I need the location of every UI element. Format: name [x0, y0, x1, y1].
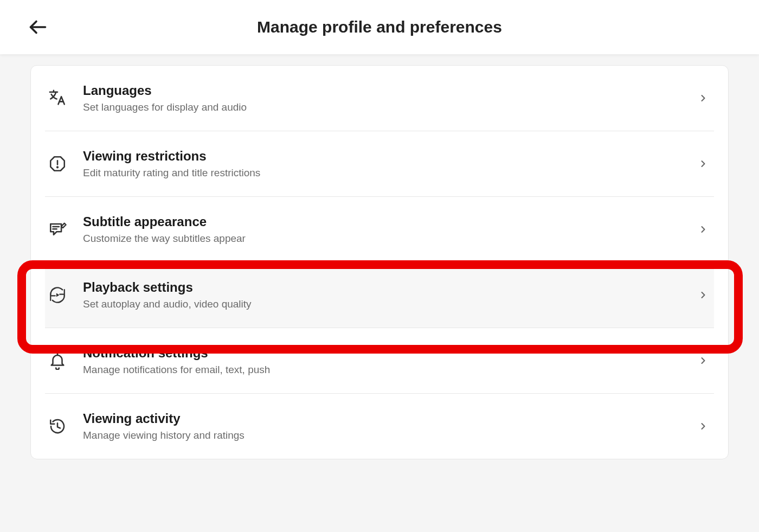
row-text: Playback settings Set autoplay and audio… — [74, 280, 696, 310]
row-subtitle: Edit maturity rating and title restricti… — [83, 167, 696, 179]
row-subtitle-appearance[interactable]: Subtitle appearance Customize the way su… — [45, 197, 714, 262]
svg-point-6 — [57, 167, 58, 168]
settings-card: Languages Set languages for display and … — [30, 65, 729, 459]
row-subtitle: Set languages for display and audio — [83, 101, 696, 113]
playback-icon — [48, 286, 74, 304]
chevron-right-icon — [696, 158, 711, 169]
chevron-right-icon — [696, 93, 711, 104]
row-subtitle: Manage notifications for email, text, pu… — [83, 364, 696, 376]
row-title: Languages — [83, 83, 696, 98]
row-text: Languages Set languages for display and … — [74, 83, 696, 113]
row-playback-settings[interactable]: Playback settings Set autoplay and audio… — [45, 262, 714, 328]
row-subtitle: Customize the way subtitles appear — [83, 233, 696, 245]
languages-icon — [48, 89, 74, 107]
row-title: Viewing activity — [83, 411, 696, 426]
row-notification-settings[interactable]: Notification settings Manage notificatio… — [45, 328, 714, 394]
chevron-right-icon — [696, 224, 711, 235]
header: Manage profile and preferences — [0, 0, 759, 54]
row-title: Notification settings — [83, 345, 696, 361]
bell-icon — [48, 351, 74, 370]
row-subtitle: Manage viewing history and ratings — [83, 430, 696, 441]
subtitle-icon — [48, 220, 74, 239]
chevron-right-icon — [696, 421, 711, 432]
row-text: Notification settings Manage notificatio… — [74, 345, 696, 376]
restriction-icon — [48, 155, 74, 173]
row-text: Viewing restrictions Edit maturity ratin… — [74, 149, 696, 179]
page-title: Manage profile and preferences — [0, 18, 759, 36]
svg-marker-9 — [56, 293, 60, 297]
row-title: Viewing restrictions — [83, 149, 696, 164]
row-subtitle: Set autoplay and audio, video quality — [83, 298, 696, 310]
row-text: Viewing activity Manage viewing history … — [74, 411, 696, 441]
chevron-right-icon — [696, 355, 711, 366]
back-button[interactable] — [28, 17, 48, 37]
row-viewing-activity[interactable]: Viewing activity Manage viewing history … — [45, 394, 714, 459]
chevron-right-icon — [696, 290, 711, 300]
row-title: Playback settings — [83, 280, 696, 295]
row-text: Subtitle appearance Customize the way su… — [74, 214, 696, 245]
row-viewing-restrictions[interactable]: Viewing restrictions Edit maturity ratin… — [45, 131, 714, 197]
row-languages[interactable]: Languages Set languages for display and … — [45, 66, 714, 131]
history-icon — [48, 417, 74, 435]
arrow-left-icon — [28, 17, 48, 37]
row-title: Subtitle appearance — [83, 214, 696, 229]
